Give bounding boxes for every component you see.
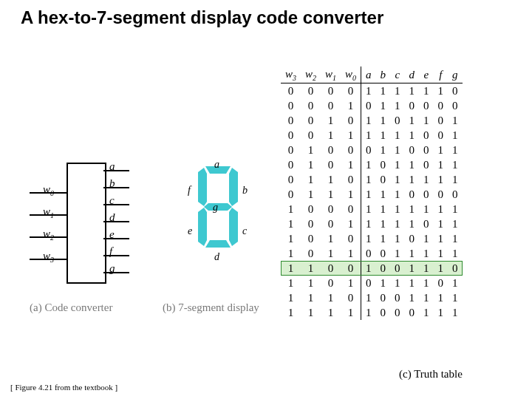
cell: 0 <box>434 113 449 128</box>
col-header: d <box>405 66 420 83</box>
cell: 1 <box>281 290 301 305</box>
cell: 1 <box>361 157 376 172</box>
cell: 0 <box>419 216 434 231</box>
cell: 1 <box>405 128 420 143</box>
cell: 1 <box>361 261 376 276</box>
cell: 1 <box>419 276 434 290</box>
cell: 1 <box>341 276 361 290</box>
cell: 0 <box>361 246 376 261</box>
cell: 0 <box>341 143 361 157</box>
cell: 1 <box>390 98 405 113</box>
cell: 1 <box>361 128 376 143</box>
cell: 1 <box>434 231 449 246</box>
cell: 1 <box>434 172 449 187</box>
table-row: 00010110000 <box>281 98 463 113</box>
seven-segment-icon <box>198 166 238 250</box>
cell: 0 <box>405 98 420 113</box>
cell: 1 <box>376 216 391 231</box>
table-row: 11001001110 <box>281 261 463 276</box>
cell: 0 <box>341 231 361 246</box>
cell: 1 <box>390 216 405 231</box>
cell: 0 <box>376 261 391 276</box>
cell: 0 <box>434 187 449 202</box>
cell: 1 <box>301 290 321 305</box>
table-row: 10110011111 <box>281 246 463 261</box>
cell: 0 <box>405 187 420 202</box>
cell: 0 <box>341 113 361 128</box>
cell: 1 <box>321 231 341 246</box>
cell: 0 <box>419 98 434 113</box>
cell: 1 <box>434 290 449 305</box>
cell: 0 <box>361 276 376 290</box>
cell: 0 <box>281 98 301 113</box>
cell: 1 <box>390 157 405 172</box>
cell: 1 <box>434 143 449 157</box>
cell: 0 <box>390 305 405 320</box>
cell: 0 <box>301 246 321 261</box>
caption-b: (b) 7-segment display <box>163 301 259 314</box>
cell: 1 <box>376 231 391 246</box>
table-row: 00101101101 <box>281 113 463 128</box>
cell: 1 <box>321 128 341 143</box>
cell: 0 <box>376 157 391 172</box>
cell: 1 <box>448 128 463 143</box>
cell: 1 <box>434 157 449 172</box>
cell: 1 <box>341 157 361 172</box>
input-label-w2: w2 <box>43 228 54 242</box>
cell: 0 <box>321 216 341 231</box>
col-header: f <box>434 66 449 83</box>
code-converter-diagram: w0 w1 w2 w3 a b c d e f g <box>30 163 140 288</box>
cell: 1 <box>281 261 301 276</box>
cell: 1 <box>434 261 449 276</box>
cell: 1 <box>390 143 405 157</box>
table-row: 01101011111 <box>281 172 463 187</box>
cell: 1 <box>434 246 449 261</box>
cell: 1 <box>405 202 420 216</box>
cell: 0 <box>448 98 463 113</box>
cell: 0 <box>361 98 376 113</box>
cell: 1 <box>376 276 391 290</box>
table-row: 11101001111 <box>281 290 463 305</box>
cell: 1 <box>434 305 449 320</box>
cell: 0 <box>390 261 405 276</box>
table-header-row: w3w2w1w0abcdefg <box>281 66 463 83</box>
input-label-w3: w3 <box>43 250 54 264</box>
cell: 1 <box>376 143 391 157</box>
cell: 0 <box>405 143 420 157</box>
table-row: 01111110000 <box>281 187 463 202</box>
cell: 0 <box>405 231 420 246</box>
segment-label-c: c <box>242 225 247 237</box>
input-label-w1: w1 <box>43 205 54 219</box>
cell: 0 <box>434 128 449 143</box>
cell: 1 <box>321 290 341 305</box>
cell: 1 <box>434 216 449 231</box>
table-row: 10001111111 <box>281 202 463 216</box>
input-label-w0: w0 <box>43 183 54 197</box>
output-label-e: e <box>109 228 115 241</box>
cell: 0 <box>281 113 301 128</box>
wire-out-b <box>103 187 129 188</box>
cell: 1 <box>390 187 405 202</box>
cell: 1 <box>281 276 301 290</box>
col-header: w3 <box>281 66 301 83</box>
cell: 1 <box>390 83 405 99</box>
cell: 1 <box>281 246 301 261</box>
table-row: 01000110011 <box>281 143 463 157</box>
cell: 1 <box>434 202 449 216</box>
cell: 1 <box>301 261 321 276</box>
cell: 1 <box>361 83 376 99</box>
cell: 0 <box>281 187 301 202</box>
col-header: a <box>361 66 376 83</box>
cell: 0 <box>419 157 434 172</box>
table-row: 11111000111 <box>281 305 463 320</box>
cell: 1 <box>361 290 376 305</box>
cell: 0 <box>301 216 321 231</box>
cell: 0 <box>448 187 463 202</box>
cell: 1 <box>405 290 420 305</box>
cell: 1 <box>281 216 301 231</box>
cell: 1 <box>419 246 434 261</box>
cell: 0 <box>390 113 405 128</box>
cell: 1 <box>405 157 420 172</box>
cell: 1 <box>301 305 321 320</box>
cell: 1 <box>321 305 341 320</box>
